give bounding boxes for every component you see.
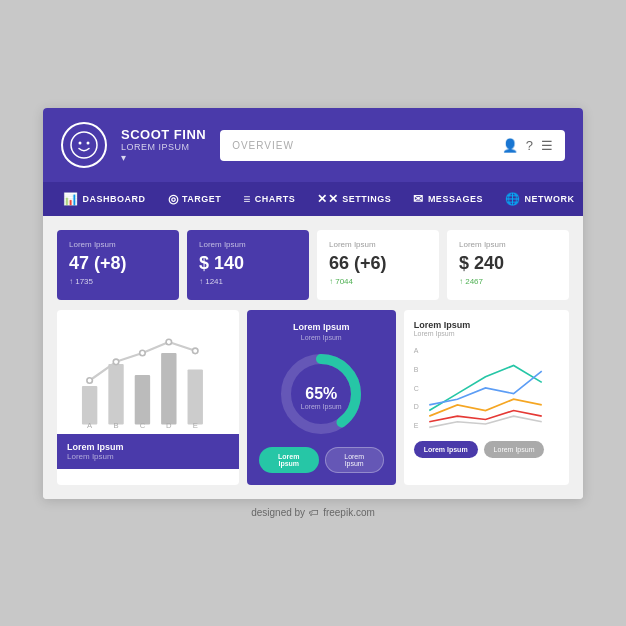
bar-chart-footer-sub: Lorem Ipsum [67,452,229,461]
search-bar[interactable]: OVERVIEW 👤 ? ☰ [220,130,565,161]
nav-item-network[interactable]: 🌐 NETWORK [495,182,583,216]
svg-rect-7 [188,370,203,425]
stat-value-2: 66 (+6) [329,253,427,274]
svg-point-2 [87,142,90,145]
bar-chart-footer: Lorem Ipsum Lorem Ipsum [57,434,239,469]
footer-brand: freepik.com [323,507,375,518]
nav-item-dashboard[interactable]: 📊 DASHBOARD [53,182,156,216]
svg-point-9 [113,359,119,365]
user-info: SCOOT FINN LOREM IPSUM ▾ [121,127,206,163]
svg-point-10 [140,350,146,356]
svg-rect-5 [135,375,150,425]
user-icon[interactable]: 👤 [502,138,518,153]
stat-label-2: Lorem Ipsum [329,240,427,249]
donut-btn1[interactable]: Lorem Ipsum [259,447,319,473]
line-chart-svg [423,343,559,433]
dashboard-icon: 📊 [63,192,79,206]
stat-card-3: Lorem Ipsum $ 240 ↑ 2467 [447,230,569,300]
stat-card-2: Lorem Ipsum 66 (+6) ↑ 7044 [317,230,439,300]
stat-change-1: ↑ 1241 [199,277,297,286]
line-chart-btn2[interactable]: Lorem Ipsum [484,441,545,458]
donut-container: 65% Lorem Ipsum [276,349,366,439]
footer-credit: designed by 🏷 freepik.com [251,507,375,518]
svg-point-1 [79,142,82,145]
y-label-a: A [414,347,419,354]
search-label: OVERVIEW [232,140,294,151]
stat-card-1: Lorem Ipsum $ 140 ↑ 1241 [187,230,309,300]
network-icon: 🌐 [505,192,521,206]
line-chart-body: A B C D E [414,343,559,433]
stat-label-1: Lorem Ipsum [199,240,297,249]
avatar [61,122,107,168]
stat-change-0: ↑ 1735 [69,277,167,286]
menu-icon[interactable]: ☰ [541,138,553,153]
donut-buttons: Lorem Ipsum Lorem Ipsum [259,447,384,473]
stat-value-0: 47 (+8) [69,253,167,274]
dashboard: SCOOT FINN LOREM IPSUM ▾ OVERVIEW 👤 ? ☰ … [43,108,583,499]
nav-label-settings: SETTINGS [342,194,391,204]
svg-text:C: C [140,421,146,430]
y-label-c: C [414,385,419,392]
nav-label-target: TARGET [182,194,221,204]
line-chart-y-labels: A B C D E [414,343,419,433]
settings-icon: ✕✕ [317,192,338,206]
stats-row: Lorem Ipsum 47 (+8) ↑ 1735 Lorem Ipsum $… [57,230,569,300]
bar-line-chart-card: A B C D E Lorem Ipsum Lorem Ipsum [57,310,239,485]
donut-btn2[interactable]: Lorem Ipsum [325,447,384,473]
svg-text:B: B [113,421,118,430]
outer-wrapper: SCOOT FINN LOREM IPSUM ▾ OVERVIEW 👤 ? ☰ … [43,108,583,518]
chevron-down-icon[interactable]: ▾ [121,152,206,163]
svg-point-0 [71,132,97,158]
donut-percent-sub: Lorem Ipsum [301,403,342,410]
nav-item-messages[interactable]: ✉ MESSAGES [403,182,493,216]
svg-point-8 [87,378,93,384]
donut-percent: 65% [305,385,337,403]
nav-item-target[interactable]: ◎ TARGET [158,182,232,216]
content: Lorem Ipsum 47 (+8) ↑ 1735 Lorem Ipsum $… [43,216,583,499]
svg-point-11 [166,339,172,345]
bar-chart-footer-title: Lorem Ipsum [67,442,229,452]
freepik-icon: 🏷 [309,507,319,518]
line-chart-header: Lorem Ipsum Lorem Ipsum [414,320,559,337]
bar-line-svg: A B C D E [67,320,229,430]
nav-label-network: NETWORK [524,194,574,204]
stat-value-3: $ 240 [459,253,557,274]
messages-icon: ✉ [413,192,424,206]
target-icon: ◎ [168,192,179,206]
line-chart-title: Lorem Ipsum [414,320,559,330]
svg-rect-3 [82,386,97,425]
charts-icon: ≡ [243,192,251,206]
line-chart-buttons: Lorem Ipsum Lorem Ipsum [414,441,559,458]
charts-row: A B C D E Lorem Ipsum Lorem Ipsum [57,310,569,485]
nav-label-charts: CHARTS [255,194,296,204]
user-subtitle: LOREM IPSUM [121,142,206,152]
svg-point-12 [192,348,198,354]
help-icon[interactable]: ? [526,138,533,153]
search-icons: 👤 ? ☰ [502,138,553,153]
donut-chart-card: Lorem Ipsum Lorem Ipsum 65% Lore [247,310,396,485]
svg-rect-4 [108,364,123,425]
svg-text:E: E [193,421,198,430]
y-label-e: E [414,422,419,429]
header: SCOOT FINN LOREM IPSUM ▾ OVERVIEW 👤 ? ☰ [43,108,583,182]
svg-text:A: A [87,421,93,430]
y-label-d: D [414,403,419,410]
bar-line-chart: A B C D E Lorem Ipsum Lorem Ipsum [57,310,239,470]
nav-label-messages: MESSAGES [428,194,483,204]
donut-chart: Lorem Ipsum Lorem Ipsum 65% Lore [247,310,396,485]
nav-item-settings[interactable]: ✕✕ SETTINGS [307,182,401,216]
nav-item-charts[interactable]: ≡ CHARTS [233,182,305,216]
stat-change-3: ↑ 2467 [459,277,557,286]
line-chart-card: Lorem Ipsum Lorem Ipsum A B C D E [404,310,569,485]
donut-title: Lorem Ipsum [293,322,350,332]
stat-change-2: ↑ 7044 [329,277,427,286]
line-chart-btn1[interactable]: Lorem Ipsum [414,441,478,458]
donut-sub: Lorem Ipsum [301,334,342,341]
stat-value-1: $ 140 [199,253,297,274]
svg-text:D: D [166,421,172,430]
user-name: SCOOT FINN [121,127,206,142]
line-chart-sub: Lorem Ipsum [414,330,559,337]
stat-card-0: Lorem Ipsum 47 (+8) ↑ 1735 [57,230,179,300]
stat-label-3: Lorem Ipsum [459,240,557,249]
stat-label-0: Lorem Ipsum [69,240,167,249]
